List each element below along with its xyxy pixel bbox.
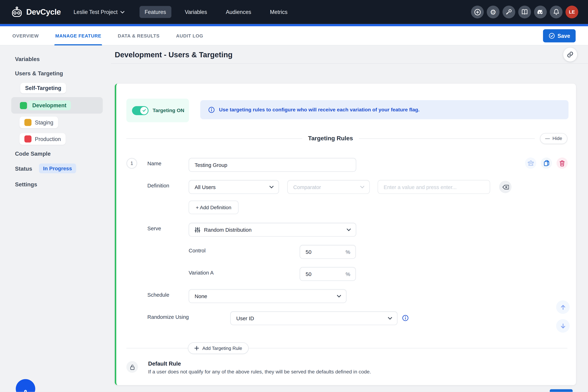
sidebar-item-variables[interactable]: Variables [15, 56, 40, 62]
chevron-down-icon [360, 186, 364, 188]
randomize-info-button[interactable] [402, 315, 409, 322]
project-selector[interactable]: Leslie Test Project [74, 9, 124, 15]
gear-icon: ⚙ [490, 8, 496, 16]
control-percent-input[interactable] [300, 245, 338, 258]
env-color-swatch-staging [24, 119, 32, 126]
audience-users-button[interactable] [525, 158, 536, 169]
discord-button[interactable] [534, 6, 546, 18]
plus-circle-icon [474, 8, 481, 16]
serve-select[interactable]: Random Distribution [189, 223, 356, 237]
divider [248, 348, 567, 348]
nav-item-metrics[interactable]: Metrics [265, 6, 293, 18]
sidebar-item-code-sample[interactable]: Code Sample [15, 150, 51, 157]
schedule-select[interactable]: None [189, 289, 346, 303]
content-column: Development - Users & Targeting Targetin… [111, 45, 588, 392]
schedule-label: Schedule [148, 292, 170, 298]
page-title: Development - Users & Targeting [115, 51, 232, 59]
add-targeting-rule-button[interactable]: Add Targeting Rule [188, 342, 248, 354]
status-badge: In Progress [39, 164, 76, 173]
status-label: Status [15, 165, 32, 172]
nav-item-variables[interactable]: Variables [180, 6, 212, 18]
sliders-icon [194, 227, 200, 233]
env-label-production: Production [35, 136, 61, 142]
docs-button[interactable] [518, 6, 531, 18]
move-rule-down-button[interactable] [556, 319, 570, 333]
definition-type-select[interactable]: All Users [189, 180, 279, 194]
tab-data-results[interactable]: DATA & RESULTS [118, 26, 160, 45]
tab-manage-feature[interactable]: MANAGE FEATURE [55, 26, 102, 45]
rule-actions [525, 158, 568, 169]
definition-value-input[interactable] [378, 180, 490, 194]
bell-icon [553, 8, 560, 15]
default-rule-lock [126, 361, 138, 373]
name-label: Name [148, 160, 161, 166]
sidebar-env-development[interactable]: Development [11, 97, 103, 114]
feature-tabs-bar: OVERVIEW MANAGE FEATURE DATA & RESULTS A… [0, 26, 588, 45]
project-name: Leslie Test Project [74, 9, 118, 15]
notifications-button[interactable] [550, 6, 562, 18]
chevron-down-icon [388, 317, 392, 320]
divider [126, 138, 302, 138]
percent-suffix: % [346, 249, 350, 255]
settings-button[interactable]: ⚙ [487, 6, 500, 18]
divider [359, 138, 535, 138]
env-color-swatch-production [24, 135, 32, 142]
chevron-down-icon [120, 11, 124, 14]
targeting-toggle[interactable] [132, 106, 148, 115]
move-rule-up-button[interactable] [556, 300, 570, 314]
percent-suffix: % [346, 271, 350, 277]
comparator-select[interactable]: Comparator [287, 180, 370, 194]
clear-definition-button[interactable] [499, 181, 512, 193]
top-navbar: DevCycle Leslie Test Project Features Va… [0, 0, 588, 24]
api-keys-button[interactable] [502, 6, 515, 18]
sidebar-item-self-targeting[interactable]: Self-Targeting [20, 83, 66, 93]
page-body: Variables Users & Targeting Self-Targeti… [0, 45, 588, 392]
randomize-using-label: Randomize Using [148, 314, 189, 320]
sidebar-env-production[interactable]: Production [20, 133, 66, 145]
plus-icon [194, 346, 199, 350]
copy-link-button[interactable] [563, 48, 577, 62]
hide-label: Hide [552, 136, 562, 141]
randomize-using-value: User ID [236, 315, 254, 321]
nav-item-features[interactable]: Features [140, 6, 171, 18]
primary-nav: Features Variables Audiences Metrics [140, 6, 293, 18]
hide-rules-button[interactable]: — Hide [540, 133, 568, 144]
feature-sidebar: Variables Users & Targeting Self-Targeti… [0, 45, 111, 392]
rule-number-badge: 1 [126, 158, 137, 169]
info-banner-text: Use targeting rules to configure who wil… [219, 107, 420, 113]
sidebar-env-staging[interactable]: Staging [20, 116, 58, 128]
rule-name-input[interactable] [189, 158, 356, 172]
definition-value-field [378, 180, 490, 194]
user-avatar[interactable]: LE [566, 6, 578, 18]
info-banner: Use targeting rules to configure who wil… [200, 100, 568, 119]
serve-value: Random Distribution [204, 227, 252, 233]
targeting-toggle-card: Targeting ON [126, 99, 189, 122]
tab-audit-log[interactable]: AUDIT LOG [176, 26, 203, 45]
duplicate-rule-button[interactable] [541, 158, 552, 169]
sidebar-item-settings[interactable]: Settings [15, 181, 37, 188]
randomize-using-select[interactable]: User ID [230, 311, 398, 325]
info-icon [208, 106, 215, 113]
link-icon [566, 51, 574, 58]
variation-a-percent-input[interactable] [300, 268, 338, 280]
copy-icon [543, 160, 550, 166]
discord-icon [537, 9, 544, 15]
sidebar-status-row: Status In Progress [15, 164, 76, 173]
sidebar-item-users-targeting[interactable]: Users & Targeting [15, 70, 63, 76]
tab-overview[interactable]: OVERVIEW [12, 26, 39, 45]
add-definition-button[interactable]: + Add Definition [189, 201, 238, 214]
arrow-down-icon [560, 323, 566, 329]
delete-rule-button[interactable] [556, 158, 568, 169]
hidden-bottom-button-edge[interactable] [550, 389, 573, 392]
divider [126, 348, 188, 348]
targeting-toggle-label: Targeting ON [152, 108, 184, 113]
minus-icon: — [545, 136, 550, 141]
nav-item-audiences[interactable]: Audiences [221, 6, 256, 18]
create-new-button[interactable] [471, 6, 484, 18]
viewport: DevCycle Leslie Test Project Features Va… [0, 0, 588, 392]
default-rule-description: If a user does not qualify for any of th… [148, 369, 371, 375]
devcycle-robot-icon [10, 6, 23, 18]
targeting-rules-title: Targeting Rules [302, 135, 359, 142]
brand-logo[interactable]: DevCycle [10, 6, 61, 18]
save-button[interactable]: Save [543, 29, 576, 42]
